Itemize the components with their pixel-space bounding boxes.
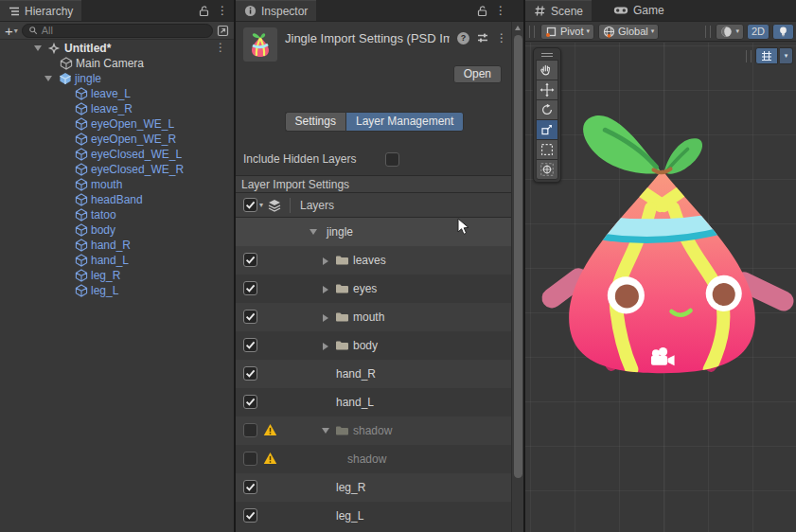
scale-tool-button[interactable]: [536, 119, 558, 140]
hierarchy-item-eyeClosed_WE_R[interactable]: eyeClosed_WE_R: [0, 162, 234, 177]
layer-row-eyes[interactable]: eyes: [236, 275, 513, 303]
presets-icon[interactable]: [476, 31, 489, 44]
2d-mode-toggle[interactable]: 2D: [747, 24, 769, 40]
unlock-icon[interactable]: [476, 5, 488, 17]
hierarchy-item-eyeClosed_WE_L[interactable]: eyeClosed_WE_L: [0, 147, 234, 162]
scene-lighting-toggle[interactable]: [772, 24, 794, 40]
hierarchy-item-eyeOpen_WE_L[interactable]: eyeOpen_WE_L: [0, 116, 234, 132]
inspector-menu-icon[interactable]: ⋮: [495, 5, 506, 16]
mouse-cursor: [457, 218, 470, 237]
open-button[interactable]: Open: [453, 65, 502, 83]
all-layers-checkbox[interactable]: [243, 198, 257, 212]
hierarchy-item-body[interactable]: body: [0, 222, 234, 238]
expand-arrow-icon[interactable]: [323, 257, 328, 265]
toolbar-drag-handle[interactable]: [705, 26, 711, 38]
transform-tool-button[interactable]: [536, 159, 558, 180]
chevron-down-icon: ▾: [651, 27, 655, 35]
grid-drag-handle[interactable]: [746, 50, 752, 62]
view-hand-tool-button[interactable]: [536, 60, 558, 80]
hierarchy-item-leg_R[interactable]: leg_R: [0, 268, 234, 283]
asset-thumbnail: [243, 27, 277, 62]
layer-row-leg_L[interactable]: leg_L: [236, 502, 513, 530]
hierarchy-item-headBand[interactable]: headBand: [0, 192, 234, 207]
hierarchy-item-tatoo[interactable]: tatoo: [0, 207, 234, 222]
expand-arrow-icon[interactable]: [322, 428, 329, 434]
layer-checkbox[interactable]: [243, 366, 257, 381]
layer-checkbox[interactable]: [243, 395, 257, 409]
rotate-tool-button[interactable]: [536, 99, 558, 120]
asset-menu-icon[interactable]: ⋮: [496, 32, 507, 44]
hierarchy-menu-icon[interactable]: ⋮: [217, 5, 228, 16]
scene-viewport[interactable]: ▾: [525, 43, 796, 532]
scene-menu-icon[interactable]: ⋮: [215, 42, 226, 53]
layer-checkbox[interactable]: [243, 281, 257, 295]
pivot-dropdown[interactable]: Pivot ▾: [540, 24, 594, 40]
globe-icon: [603, 26, 615, 38]
tab-settings[interactable]: Settings: [285, 112, 345, 132]
tab-layer-management[interactable]: Layer Management: [345, 112, 464, 132]
hierarchy-toolbar: + ▾ All: [0, 22, 234, 40]
move-icon: [538, 80, 557, 99]
hierarchy-item-mouth[interactable]: mouth: [0, 177, 234, 192]
pivot-icon: [545, 26, 557, 38]
add-gameobject-button[interactable]: + ▾: [5, 25, 18, 37]
jingle-sprite[interactable]: [525, 43, 796, 532]
hierarchy-item-eyeOpen_WE_R[interactable]: eyeOpen_WE_R: [0, 132, 234, 147]
expand-arrow-icon[interactable]: [310, 229, 317, 235]
layer-row-leaves[interactable]: leaves: [236, 246, 513, 275]
hierarchy-item-main-camera[interactable]: Main Camera: [0, 56, 234, 71]
layer-checkbox[interactable]: [243, 480, 257, 494]
hierarchy-item-jingle[interactable]: jingle: [0, 71, 234, 86]
layer-row-body[interactable]: body: [236, 331, 513, 360]
check-icon: [244, 199, 256, 211]
layer-checkbox[interactable]: [243, 423, 257, 437]
hierarchy-item-hand_R[interactable]: hand_R: [0, 238, 234, 253]
unlock-icon[interactable]: [198, 5, 210, 17]
expand-arrow-icon[interactable]: [44, 76, 52, 81]
gameobject-icon: [75, 239, 88, 252]
grid-toggle-button[interactable]: [755, 47, 778, 64]
layer-row-hand_R[interactable]: hand_R: [236, 360, 513, 388]
scroll-up-icon[interactable]: [515, 26, 521, 30]
tab-game[interactable]: Game: [605, 0, 673, 21]
layer-row-jingle[interactable]: jingle: [236, 218, 513, 246]
rect-tool-icon: [538, 140, 557, 159]
shading-mode-dropdown[interactable]: ▾: [716, 24, 744, 40]
hierarchy-item-leg_L[interactable]: leg_L: [0, 283, 234, 298]
help-icon[interactable]: ?: [457, 32, 469, 44]
rect-tool-button[interactable]: [536, 139, 558, 160]
layer-row-mouth[interactable]: mouth: [236, 303, 513, 331]
expand-arrow-icon[interactable]: [323, 314, 328, 322]
inspector-scrollbar[interactable]: [511, 22, 523, 532]
layer-row-hand_L[interactable]: hand_L: [236, 388, 513, 417]
hierarchy-item-leave_L[interactable]: leave_L: [0, 86, 234, 101]
layer-checkbox[interactable]: [243, 253, 257, 267]
layer-row-leg_R[interactable]: leg_R: [236, 473, 513, 502]
palette-drag-handle[interactable]: [536, 50, 558, 59]
tab-scene[interactable]: Scene: [525, 0, 592, 21]
hierarchy-item-hand_L[interactable]: hand_L: [0, 253, 234, 268]
light-bulb-icon: [777, 26, 789, 38]
layer-checkbox[interactable]: [243, 310, 257, 324]
scene-visibility-window-icon[interactable]: [217, 25, 229, 37]
expand-arrow-icon[interactable]: [323, 286, 328, 293]
checkbox-dropdown-icon[interactable]: ▾: [259, 201, 263, 209]
grid-options-dropdown[interactable]: ▾: [780, 47, 793, 64]
layer-checkbox[interactable]: [243, 452, 257, 466]
layer-checkbox[interactable]: [243, 338, 257, 352]
layer-checkbox[interactable]: [243, 508, 257, 523]
tab-inspector[interactable]: Inspector: [236, 0, 316, 21]
hierarchy-item-scene-root[interactable]: Untitled* ⋮: [0, 41, 234, 56]
hierarchy-search-input[interactable]: All: [22, 24, 213, 38]
toolbar-drag-handle[interactable]: [529, 26, 535, 38]
global-dropdown[interactable]: Global ▾: [598, 24, 659, 40]
expand-arrow-icon[interactable]: [323, 343, 328, 350]
expand-arrow-icon[interactable]: [34, 45, 42, 51]
hierarchy-item-leave_R[interactable]: leave_R: [0, 101, 234, 116]
include-hidden-layers-checkbox[interactable]: [385, 152, 399, 167]
tab-hierarchy[interactable]: Hierarchy: [0, 0, 81, 21]
layer-row-shadow-group[interactable]: shadow: [236, 417, 513, 445]
layer-row-shadow[interactable]: shadow: [236, 445, 513, 473]
move-tool-button[interactable]: [536, 80, 558, 100]
scrollbar-thumb[interactable]: [514, 35, 522, 478]
